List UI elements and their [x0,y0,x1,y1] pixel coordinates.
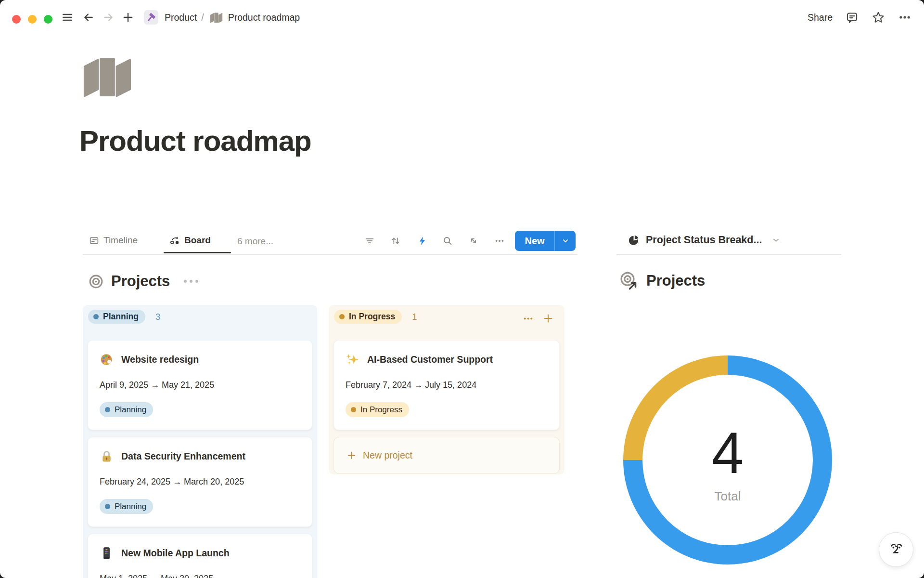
breadcrumb-workspace[interactable]: Product [165,12,197,23]
sidebar-menu-icon[interactable] [61,11,74,24]
chart-section-title: Projects [646,272,705,289]
column-actions [523,313,554,324]
card-dates: February 7, 2024 → July 15, 2024 [346,380,548,391]
new-button[interactable]: New [515,231,576,251]
sparkles-icon [346,353,359,367]
card-ai-support[interactable]: AI-Based Customer Support February 7, 20… [334,340,560,430]
topbar-right: Share [808,0,911,35]
view-options-icon[interactable] [494,236,505,246]
tab-timeline-label: Timeline [103,235,138,246]
share-button[interactable]: Share [808,12,833,23]
card-status-label: Planning [115,405,146,415]
card-status-label: In Progress [360,405,402,415]
mobile-phone-icon [100,546,114,560]
chart-view-header[interactable]: Project Status Breakd... [628,234,781,246]
status-breakdown-donut-chart[interactable]: 4 Total [623,355,832,565]
window-zoom-button[interactable] [44,15,52,24]
new-tab-plus-icon[interactable] [122,11,134,24]
status-dot [105,407,110,412]
tab-board-label: Board [184,235,211,246]
status-dot [339,314,345,319]
chart-section-header: Projects [619,271,705,291]
back-button[interactable] [82,11,95,24]
card-status-label: Planning [115,502,146,512]
automation-lightning-icon[interactable] [417,236,428,246]
new-button-chevron-icon[interactable] [555,236,576,245]
card-website-redesign[interactable]: Website redesign April 9, 2025 → May 21,… [88,340,312,430]
tab-more-views[interactable]: 6 more... [237,236,273,247]
add-card-plus-icon[interactable] [542,313,554,324]
card-status-pill[interactable]: Planning [100,402,153,417]
chart-view-title: Project Status Breakd... [646,234,762,246]
card-dates: April 9, 2025 → May 21, 2025 [100,380,300,391]
section-options-icon[interactable] [184,280,198,283]
linked-target-icon [619,271,639,291]
new-button-label: New [515,236,554,247]
status-dot [351,407,356,412]
status-pill-label: Planning [103,312,139,322]
donut-total-label: Total [715,489,741,504]
column-in-progress-header[interactable]: In Progress 1 [334,310,417,324]
new-project-button[interactable]: New project [334,437,560,474]
search-icon[interactable] [442,236,453,246]
favorite-star-icon[interactable] [872,11,885,24]
new-project-label: New project [363,450,412,461]
lock-icon [100,449,114,463]
map-icon [210,12,223,23]
tab-timeline[interactable]: Timeline [89,235,138,246]
board-section-title: Projects [111,273,170,290]
column-planning: Planning 3 Website redesign April 9, 202… [83,305,317,578]
column-count: 1 [412,312,417,322]
card-title: Data Security Enhancement [121,451,245,462]
breadcrumb-separator: / [201,12,204,23]
page-title: Product roadmap [79,124,311,158]
plus-icon [346,450,357,460]
card-title: New Mobile App Launch [121,548,230,559]
status-pill-planning[interactable]: Planning [88,310,145,324]
view-divider-left [83,254,578,255]
status-pill-label: In Progress [349,312,395,322]
chevron-down-icon[interactable] [771,236,781,245]
column-options-icon[interactable] [523,313,534,324]
card-data-security[interactable]: Data Security Enhancement February 24, 2… [88,437,312,527]
status-dot [105,504,110,509]
palette-icon [100,353,114,367]
donut-total-value: 4 [712,428,744,477]
card-dates: May 1, 2025 → May 30, 2025 [100,574,300,578]
card-title: AI-Based Customer Support [367,354,493,365]
donut-hole: 4 Total [642,375,813,545]
window-close-button[interactable] [12,15,21,24]
card-status-pill[interactable]: In Progress [346,402,409,417]
notion-window: Product / Product roadmap Share Product … [0,0,924,578]
status-dot [93,314,99,319]
target-icon [88,274,104,289]
workspace-hammer-icon[interactable] [144,10,158,25]
breadcrumb-page[interactable]: Product roadmap [228,12,300,23]
tab-board[interactable]: Board [169,235,211,246]
topbar-left: Product / Product roadmap [61,0,300,35]
pie-chart-icon [628,234,640,246]
notion-ai-button[interactable] [879,532,913,567]
comments-icon[interactable] [846,11,859,24]
status-pill-in-progress[interactable]: In Progress [334,310,402,324]
column-planning-header[interactable]: Planning 3 [88,310,160,324]
window-minimize-button[interactable] [28,15,37,24]
ai-face-icon [886,540,906,559]
active-tab-underline [164,252,231,253]
column-in-progress: In Progress 1 AI-Based Customer Support … [329,305,565,474]
more-options-icon[interactable] [898,11,911,24]
in-progress-cards: AI-Based Customer Support February 7, 20… [334,340,560,474]
board-section-header: Projects [88,273,198,290]
filter-icon[interactable] [364,236,375,246]
page-map-icon[interactable] [82,56,133,97]
forward-button[interactable] [102,11,115,24]
card-mobile-app[interactable]: New Mobile App Launch May 1, 2025 → May … [88,534,312,578]
expand-view-icon[interactable] [468,236,479,246]
card-status-pill[interactable]: Planning [100,499,153,514]
card-dates: February 24, 2025 → March 20, 2025 [100,477,300,487]
column-count: 3 [155,312,160,322]
card-title: Website redesign [121,354,199,365]
view-divider-right [616,254,841,255]
sort-icon[interactable] [390,236,401,246]
planning-cards: Website redesign April 9, 2025 → May 21,… [88,340,312,578]
